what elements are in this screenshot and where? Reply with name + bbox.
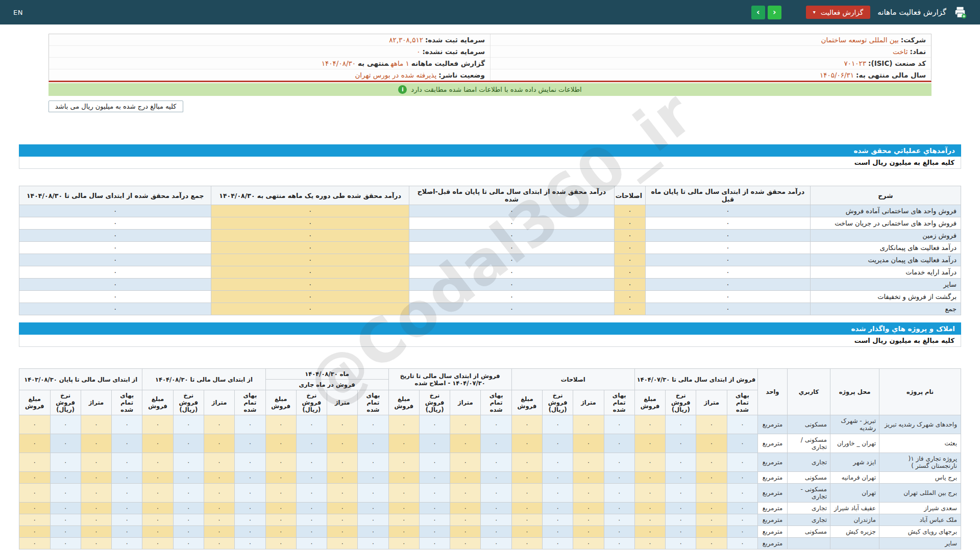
value-cell: ۰ <box>327 526 358 538</box>
value-cell: ۰ <box>573 434 604 453</box>
value-cell: ۰ <box>211 242 409 254</box>
value-cell: ۰ <box>19 434 51 453</box>
value-cell: ۰ <box>727 453 757 472</box>
value-cell: ۰ <box>296 434 327 453</box>
value-cell: ۰ <box>204 434 234 453</box>
info-value: ۸۲,۳۰۸,۵۱۲ <box>389 36 423 44</box>
row-label-cell: فروش واحد های ساختمانی در جریان ساخت <box>810 217 961 230</box>
value-cell: ۰ <box>666 514 696 526</box>
previous-report-button[interactable]: ‹ <box>751 6 765 19</box>
value-cell: ۰ <box>81 538 111 549</box>
project-usage-cell: تجاری <box>788 453 830 472</box>
value-cell: ۰ <box>112 503 142 514</box>
value-cell: ۰ <box>666 472 696 484</box>
value-cell: ۰ <box>81 453 111 472</box>
row-label-cell: فروش واحد های ساختمانی آماده فروش <box>810 205 961 217</box>
value-cell: ۰ <box>409 230 614 242</box>
project-unit-cell: مترمربع <box>758 538 788 549</box>
sub-header-cell: مبلغ فروش <box>634 390 665 415</box>
value-cell: ۰ <box>481 434 511 453</box>
company-info-row: نماد:ثاخت <box>491 46 931 58</box>
company-info-row: شرکت:بین المللی توسعه ساختمان <box>491 34 931 46</box>
value-cell: ۰ <box>235 538 265 549</box>
value-cell: ۰ <box>645 242 810 254</box>
value-cell: ۰ <box>543 514 573 526</box>
value-cell: ۰ <box>19 279 211 291</box>
value-cell: ۰ <box>666 415 696 434</box>
report-dropdown-button[interactable]: گزارش فعالیت ▾ <box>806 6 870 19</box>
value-cell: ۰ <box>573 538 604 549</box>
value-cell: ۰ <box>265 538 296 549</box>
info-label: سال مالی منتهی به: <box>856 71 926 79</box>
projects-table: نام پروژه محل پروژه کاربري واحد فروش از … <box>19 368 961 549</box>
value-cell: ۰ <box>19 503 51 514</box>
info-label: شرکت: <box>901 36 926 44</box>
revenue-table-body: فروش واحد های ساختمانی آماده فروش ۰۰۰۰۰ … <box>19 205 961 315</box>
value-cell: ۰ <box>358 415 388 434</box>
value-cell: ۰ <box>409 242 614 254</box>
column-header: اصلاحات <box>615 186 646 205</box>
value-cell: ۰ <box>696 484 727 503</box>
value-cell: ۰ <box>112 514 142 526</box>
value-cell: ۰ <box>615 279 646 291</box>
project-usage-cell: مسکونی / تجاری <box>788 434 830 453</box>
language-toggle-en[interactable]: EN <box>13 9 23 16</box>
value-cell: ۰ <box>511 503 542 514</box>
value-cell: ۰ <box>634 472 665 484</box>
info-value: ۱۴۰۴/۰۸/۳۰ <box>322 59 356 67</box>
value-cell: ۰ <box>409 303 614 315</box>
table-row: درآمد ارایه خدمات ۰۰۰۰۰ <box>19 266 961 279</box>
column-group-subheader: فروش در ماه جاری <box>265 380 388 390</box>
table-row: درآمد فعالیت های پیمان مدیریت ۰۰۰۰۰ <box>19 254 961 266</box>
sub-header-cell: بهای تمام شده <box>727 390 757 415</box>
value-cell: ۰ <box>235 453 265 472</box>
value-cell: ۰ <box>419 484 450 503</box>
value-cell: ۰ <box>409 254 614 266</box>
table-row: برگشت از فروش و تخفیفات ۰۰۰۰۰ <box>19 291 961 303</box>
print-icon[interactable] <box>953 6 967 19</box>
project-row: برجهای رویای کیش جزیره کیش مسکونی مترمرب… <box>19 526 961 538</box>
info-icon: i <box>398 85 407 94</box>
value-cell: ۰ <box>634 526 665 538</box>
value-cell: ۰ <box>666 538 696 549</box>
value-cell: ۰ <box>388 453 419 472</box>
value-cell: ۰ <box>696 415 727 434</box>
column-group-header: فروش از ابتدای سال مالی تا تاریخ ۱۴۰۴/۰۷… <box>388 369 511 390</box>
sub-header-cell: مبلغ فروش <box>142 390 173 415</box>
info-label: منتهی به <box>358 59 389 67</box>
value-cell: ۰ <box>211 279 409 291</box>
value-cell: ۰ <box>388 514 419 526</box>
column-group-header: اصلاحات <box>511 369 634 390</box>
info-label: سرمایه ثبت شده: <box>425 36 485 44</box>
sub-header-cell: متراژ <box>573 390 604 415</box>
sub-header-cell: مبلغ فروش <box>511 390 542 415</box>
operational-revenue-section: درآمدهاي عملياتي محقق شده کلیه مبالغ به … <box>19 144 961 315</box>
project-unit-cell: مترمربع <box>758 453 788 472</box>
sub-header-cell: نرخ فروش (ریال) <box>419 390 450 415</box>
value-cell: ۰ <box>112 453 142 472</box>
sub-header-cell: نرخ فروش (ریال) <box>666 390 696 415</box>
sub-header-cell: متراژ <box>450 390 481 415</box>
value-cell: ۰ <box>358 503 388 514</box>
value-cell: ۰ <box>450 514 481 526</box>
value-cell: ۰ <box>481 453 511 472</box>
value-cell: ۰ <box>409 217 614 230</box>
value-cell: ۰ <box>211 205 409 217</box>
amounts-unit-tab[interactable]: کلیه مبالغ درج شده به میلیون ریال می باش… <box>48 101 183 112</box>
column-group-header: از ابتدای سال مالی تا پایان ۱۴۰۳/۰۸/۳۰ <box>19 369 142 390</box>
value-cell: ۰ <box>604 453 634 472</box>
value-cell: ۰ <box>265 514 296 526</box>
value-cell: ۰ <box>81 484 111 503</box>
project-name-cell: سعدی شیراز <box>879 503 961 514</box>
value-cell: ۰ <box>481 514 511 526</box>
value-cell: ۰ <box>327 434 358 453</box>
project-unit-cell: مترمربع <box>758 472 788 484</box>
transferred-projects-section: املاک و پروژه هاي واگذار شده کلیه مبالغ … <box>19 322 961 549</box>
value-cell: ۰ <box>142 538 173 549</box>
table-row: درآمد فعالیت های پیمانکاری ۰۰۰۰۰ <box>19 242 961 254</box>
value-cell: ۰ <box>573 514 604 526</box>
value-cell: ۰ <box>142 434 173 453</box>
next-report-button[interactable]: › <box>768 6 781 19</box>
value-cell: ۰ <box>388 484 419 503</box>
sub-header-cell: نرخ فروش (ریال) <box>50 390 81 415</box>
